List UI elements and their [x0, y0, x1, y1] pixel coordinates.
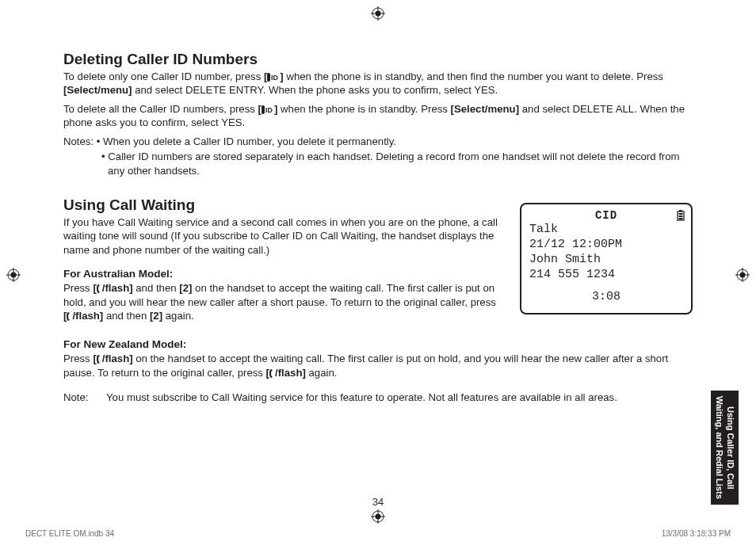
svg-rect-8 [679, 218, 683, 219]
note-item: • Caller ID numbers are stored separatel… [63, 150, 693, 177]
footer-left: DECT ELITE OM.indb 34 [25, 529, 114, 538]
cid-icon: [ID] [264, 71, 284, 82]
page-number: 34 [0, 496, 756, 508]
svg-text:ID: ID [271, 74, 279, 82]
svg-rect-6 [679, 213, 683, 215]
handset-icon [97, 282, 102, 294]
lcd-display: CID Talk 21/12 12:00PM John Smith 214 55… [520, 203, 693, 315]
section-tab: Using Caller ID, Call Waiting, and Redia… [711, 391, 739, 505]
lcd-line-talk: Talk [529, 223, 683, 238]
registration-mark-icon [371, 6, 385, 21]
lcd-line-name: John Smith [529, 253, 683, 268]
svg-text:ID: ID [265, 106, 273, 114]
handset-icon [97, 353, 102, 364]
svg-rect-7 [679, 215, 683, 217]
subhead-australian: For Australian Model: [63, 268, 498, 280]
lcd-cid-label: CID [595, 209, 617, 223]
footer-right: 13/3/08 3:18:33 PM [662, 529, 731, 538]
note-final: Note: You must subscribe to Call Waiting… [63, 391, 693, 404]
svg-rect-0 [267, 73, 270, 82]
notes-block: Notes: • When you delete a Caller ID num… [63, 135, 693, 148]
lcd-line-datetime: 21/12 12:00PM [529, 238, 683, 253]
para-cw-intro: If you have Call Waiting service and a s… [63, 215, 498, 257]
lcd-line-number: 214 555 1234 [529, 268, 683, 283]
para-australian: Press [/flash] and then [2] on the hands… [63, 281, 498, 322]
para-newzealand: Press [/flash] on the handset to accept … [63, 352, 693, 379]
registration-mark-icon [371, 509, 385, 524]
handset-icon [269, 367, 275, 379]
registration-mark-icon [6, 268, 21, 282]
cid-icon: [ID] [258, 103, 278, 115]
para-delete-one: To delete only one Caller ID number, pre… [63, 70, 693, 97]
para-delete-all: To delete all the Caller ID numbers, pre… [63, 102, 693, 130]
battery-icon [677, 210, 685, 226]
lcd-timer: 3:08 [529, 290, 683, 305]
registration-mark-icon [735, 268, 750, 282]
heading-call-waiting: Using Call Waiting [63, 196, 498, 214]
svg-rect-2 [262, 105, 265, 114]
heading-deleting-caller-id: Deleting Caller ID Numbers [63, 51, 693, 68]
subhead-newzealand: For New Zealand Model: [63, 338, 693, 350]
